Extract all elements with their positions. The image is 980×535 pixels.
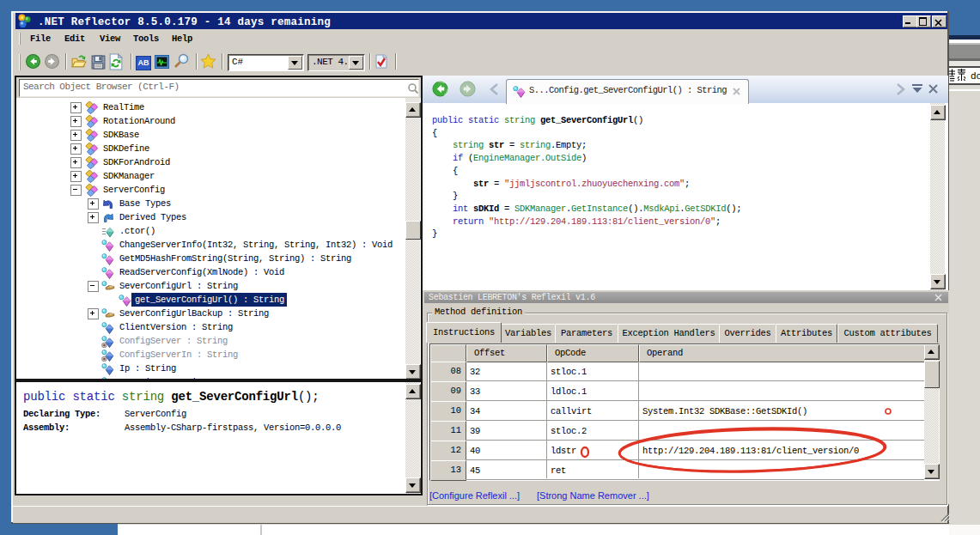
svg-text:do: do [971,71,980,82]
